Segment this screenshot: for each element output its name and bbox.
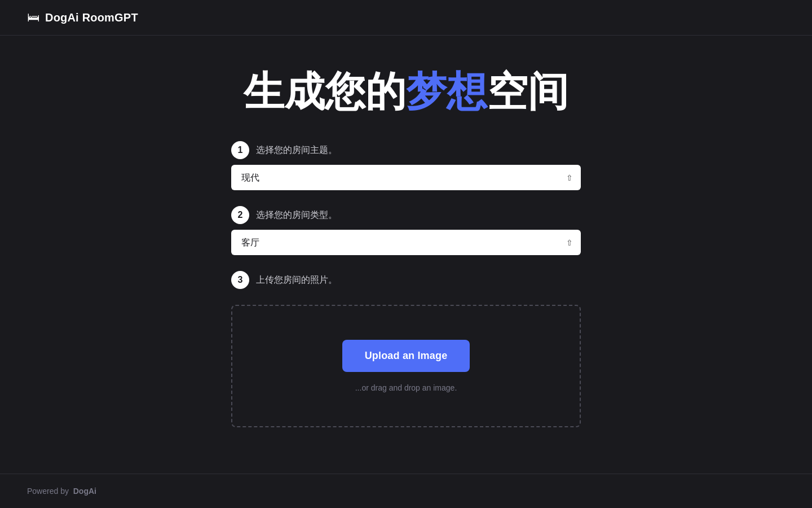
step-1-number: 1 [231, 141, 249, 159]
step-3: 3 上传您房间的照片。 [231, 271, 581, 289]
header: 🛏 DogAi RoomGPT [0, 0, 812, 36]
step-3-header: 3 上传您房间的照片。 [231, 271, 581, 289]
step-1-label: 选择您的房间主题。 [256, 144, 337, 156]
title-part2: 空间 [487, 69, 568, 114]
upload-image-button[interactable]: Upload an Image [342, 340, 470, 372]
step-3-number: 3 [231, 271, 249, 289]
logo-text: DogAi RoomGPT [45, 11, 138, 24]
step-1: 1 选择您的房间主题。 现代 简约 北欧 工业 波西米亚 ⇧ [231, 141, 581, 190]
step-2-number: 2 [231, 206, 249, 224]
room-type-select-wrapper[interactable]: 客厅 卧室 厨房 浴室 办公室 ⇧ [231, 230, 581, 255]
title-part1: 生成您的 [244, 69, 406, 114]
room-type-select[interactable]: 客厅 卧室 厨房 浴室 办公室 [231, 230, 581, 255]
theme-select[interactable]: 现代 简约 北欧 工业 波西米亚 [231, 165, 581, 190]
main-content: 生成您的梦想空间 1 选择您的房间主题。 现代 简约 北欧 工业 波西米亚 ⇧ [0, 36, 812, 474]
step-2-label: 选择您的房间类型。 [256, 209, 337, 221]
step-1-header: 1 选择您的房间主题。 [231, 141, 581, 159]
steps-section: 1 选择您的房间主题。 现代 简约 北欧 工业 波西米亚 ⇧ 2 选择您的房间类… [231, 141, 581, 427]
drag-drop-text: ...or drag and drop an image. [355, 383, 457, 392]
page-title: 生成您的梦想空间 [244, 69, 568, 114]
footer-brand: DogAi [73, 487, 96, 496]
upload-area[interactable]: Upload an Image ...or drag and drop an i… [231, 305, 581, 427]
powered-by-label: Powered by [27, 487, 69, 496]
footer: Powered by DogAi [0, 474, 812, 508]
title-highlight: 梦想 [406, 69, 487, 114]
logo-area: 🛏 DogAi RoomGPT [27, 10, 138, 25]
step-2: 2 选择您的房间类型。 客厅 卧室 厨房 浴室 办公室 ⇧ [231, 206, 581, 255]
theme-select-wrapper[interactable]: 现代 简约 北欧 工业 波西米亚 ⇧ [231, 165, 581, 190]
footer-text: Powered by DogAi [27, 487, 96, 496]
step-2-header: 2 选择您的房间类型。 [231, 206, 581, 224]
bed-icon: 🛏 [27, 10, 39, 25]
step-3-label: 上传您房间的照片。 [256, 274, 337, 286]
